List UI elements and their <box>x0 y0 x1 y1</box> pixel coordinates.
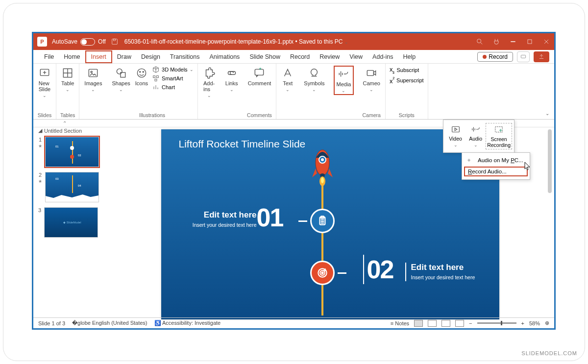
ribbon-collapse-icon[interactable]: ⌄ <box>545 111 549 116</box>
svg-rect-28 <box>255 69 264 75</box>
connector <box>338 272 346 274</box>
thumb-number: 1 <box>39 137 42 143</box>
links-button[interactable]: Links⌄ <box>224 66 239 93</box>
powerpoint-window: P AutoSave Off 65036-01-lift-off-rocket-… <box>32 32 556 330</box>
cameo-button[interactable]: Cameo⌄ <box>362 66 381 93</box>
ribbon-collapse-chev[interactable]: ⌃ <box>63 121 67 126</box>
slide-title: Liftoff Rocket Timeline Slide <box>179 138 306 150</box>
vertical-scrollbar[interactable] <box>546 129 553 303</box>
language-status[interactable]: �globe English (United States) <box>72 320 147 326</box>
tab-insert[interactable]: Insert <box>85 50 112 63</box>
section-header[interactable]: ◢Untitled Section <box>38 127 111 134</box>
tab-review[interactable]: Review <box>315 51 344 62</box>
slide-counter[interactable]: Slide 1 of 3 <box>38 320 65 326</box>
subscript-button[interactable]: x₂ Subscript <box>390 66 424 75</box>
cursor-icon <box>524 162 531 172</box>
normal-view-icon[interactable] <box>414 320 423 327</box>
svg-rect-33 <box>495 127 503 132</box>
sorter-view-icon[interactable] <box>428 320 437 327</box>
svg-point-2 <box>477 39 481 43</box>
slide-thumbnail-panel: ◢Untitled Section 1★ 01 02 2★ 03 04 <box>33 120 116 317</box>
comment-button[interactable]: Comment <box>247 66 272 87</box>
svg-rect-24 <box>155 79 157 81</box>
audio-button[interactable]: Audio⌄ <box>466 123 486 149</box>
svg-line-3 <box>481 43 482 44</box>
tab-slideshow[interactable]: Slide Show <box>245 51 285 62</box>
ribbon-tabs: File Home Insert Draw Design Transitions… <box>33 50 554 64</box>
tab-addins[interactable]: Add-ins <box>368 51 398 62</box>
tab-help[interactable]: Help <box>398 51 420 62</box>
chart-button[interactable]: Chart <box>152 83 194 91</box>
timeline-line <box>321 178 323 315</box>
zoom-in-button[interactable]: + <box>521 320 524 326</box>
svg-point-17 <box>117 69 122 74</box>
maximize-icon[interactable] <box>526 38 534 46</box>
video-button[interactable]: Video⌄ <box>445 123 466 149</box>
record-audio-item[interactable]: Record Audio... <box>464 167 528 176</box>
document-title[interactable]: 65036-01-lift-off-rocket-timeline-powerp… <box>124 38 476 45</box>
media-dropdown: Video⌄ Audio⌄ Screen Recording <box>443 120 514 153</box>
record-button[interactable]: Record <box>477 52 513 62</box>
svg-point-21 <box>143 72 144 73</box>
minimize-icon[interactable] <box>509 38 517 46</box>
plug-icon[interactable] <box>492 38 500 46</box>
slideshow-view-icon[interactable] <box>455 320 464 327</box>
notes-button[interactable]: ≡ Notes <box>391 320 409 326</box>
titlebar: P AutoSave Off 65036-01-lift-off-rocket-… <box>33 33 554 50</box>
icons-button[interactable]: Icons <box>134 66 149 87</box>
connector <box>298 220 307 222</box>
share-button[interactable] <box>534 51 549 62</box>
current-slide[interactable]: Liftoff Rocket Timeline Slide <box>161 129 499 319</box>
watermark: SLIDEMODEL.COM <box>521 350 577 356</box>
tab-view[interactable]: View <box>344 51 368 62</box>
milestone-number-2: 02 <box>363 255 393 284</box>
superscript-button[interactable]: x² Superscript <box>390 76 424 85</box>
slide-thumbnail-3[interactable]: ◆ SlideModel <box>44 207 98 238</box>
powerpoint-icon: P <box>37 37 47 47</box>
autosave-toggle[interactable]: AutoSave Off <box>52 38 106 46</box>
tab-file[interactable]: File <box>39 51 59 62</box>
smartart-button[interactable]: SmartArt <box>152 74 194 82</box>
svg-point-39 <box>321 158 324 161</box>
table-button[interactable]: Table⌄ <box>60 66 75 93</box>
accessibility-status[interactable]: ♿ Accessibility: Investigate <box>154 320 221 326</box>
new-slide-button[interactable]: New Slide⌄ <box>37 66 52 99</box>
tab-animations[interactable]: Animations <box>205 51 245 62</box>
milestone-1-icon <box>310 209 335 233</box>
close-icon[interactable] <box>542 38 550 46</box>
reading-view-icon[interactable] <box>441 320 450 327</box>
svg-rect-31 <box>368 71 374 76</box>
rocket-icon <box>311 149 334 189</box>
symbols-button[interactable]: Symbols⌄ <box>303 66 325 93</box>
ribbon: New Slide⌄ Slides Table⌄ Tables Images⌄ … <box>33 64 554 120</box>
tab-record[interactable]: Record <box>285 51 315 62</box>
svg-point-19 <box>137 69 146 77</box>
svg-rect-8 <box>521 55 525 58</box>
comments-pane-button[interactable] <box>517 51 530 62</box>
search-icon[interactable] <box>476 38 484 46</box>
tab-design[interactable]: Design <box>136 51 165 62</box>
zoom-slider[interactable] <box>477 322 516 324</box>
media-button[interactable]: Media⌄ <box>334 66 354 95</box>
shapes-button[interactable]: Shapes⌄ <box>111 66 131 93</box>
addins-button[interactable]: Add- ins⌄ <box>202 66 217 99</box>
milestone-number-1: 01 <box>257 203 283 232</box>
zoom-out-button[interactable]: − <box>469 320 472 326</box>
text-button[interactable]: Text⌄ <box>280 66 295 93</box>
screen-recording-button[interactable]: Screen Recording <box>486 123 512 149</box>
autosave-state: Off <box>98 38 106 45</box>
tab-transitions[interactable]: Transitions <box>165 51 205 62</box>
tab-draw[interactable]: Draw <box>112 51 136 62</box>
images-button[interactable]: Images⌄ <box>83 66 103 93</box>
tab-home[interactable]: Home <box>59 51 85 62</box>
save-icon[interactable] <box>111 38 119 46</box>
slide-thumbnail-2[interactable]: 03 04 <box>45 172 99 202</box>
svg-rect-5 <box>528 40 532 44</box>
thumb-number: 2 <box>39 172 42 178</box>
autosave-label: AutoSave <box>52 38 77 45</box>
fit-to-window-button[interactable]: ⊕ <box>545 320 549 326</box>
zoom-level[interactable]: 58% <box>529 320 540 326</box>
slide-thumbnail-1[interactable]: 01 02 <box>45 137 99 167</box>
3d-models-button[interactable]: 3D Models ⌄ <box>152 66 194 73</box>
audio-on-pc-item[interactable]: Audio on My PC... <box>462 155 530 166</box>
